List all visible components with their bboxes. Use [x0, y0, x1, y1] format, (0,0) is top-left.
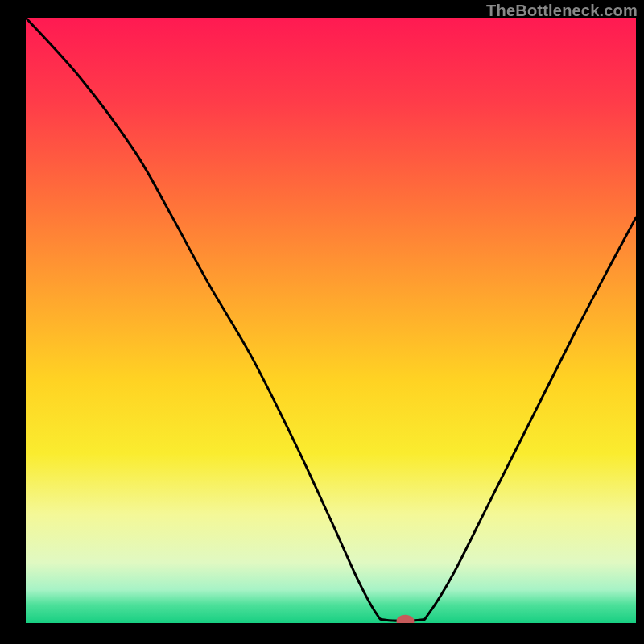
plot-background	[26, 18, 636, 623]
bottleneck-chart	[26, 18, 636, 623]
chart-container: TheBottleneck.com	[0, 0, 644, 644]
plot-frame	[26, 18, 636, 623]
